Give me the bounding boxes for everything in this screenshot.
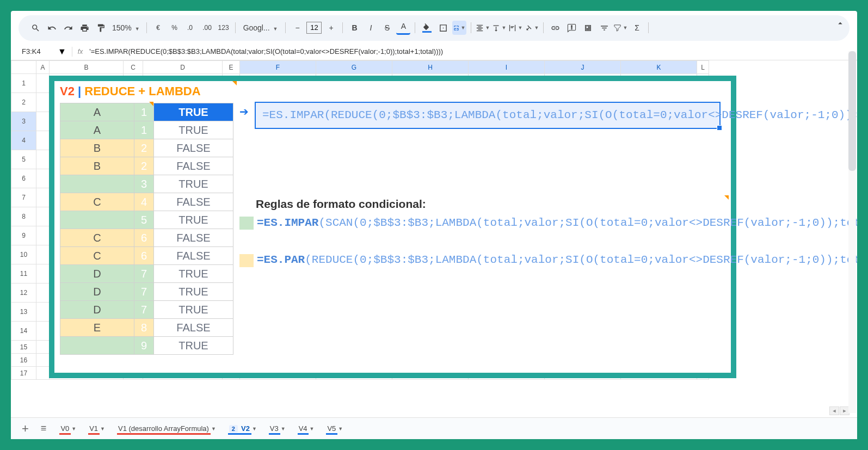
cell-d[interactable]: FALSE — [154, 229, 233, 247]
bold-icon[interactable]: B — [347, 21, 361, 35]
scroll-thumb[interactable] — [848, 51, 856, 171]
cell-b[interactable]: D — [60, 301, 134, 319]
decrease-decimal-icon[interactable]: .0 — [184, 21, 198, 35]
cell-c[interactable]: 9 — [134, 337, 154, 355]
name-box[interactable]: F3:K4 — [21, 46, 52, 57]
cell-b[interactable]: A — [60, 121, 134, 139]
number-format-icon[interactable]: 123 — [217, 21, 231, 35]
cell-c[interactable]: 2 — [134, 139, 154, 157]
row-header[interactable]: 3 — [11, 112, 36, 131]
search-icon[interactable] — [28, 21, 42, 35]
col-header[interactable]: I — [469, 61, 545, 74]
cell-c[interactable]: 4 — [134, 193, 154, 211]
filter-icon[interactable] — [597, 21, 611, 35]
cell-c[interactable]: 7 — [134, 265, 154, 283]
grid-area[interactable]: A B C D E F G H I J K L 1234567891011121… — [11, 60, 857, 417]
sheet-tab[interactable]: V3▼ — [263, 421, 292, 436]
formula-display-box[interactable]: =ES.IMPAR(REDUCE(0;$B$3:$B3;LAMBDA(total… — [255, 102, 721, 129]
toolbar-collapse-icon[interactable] — [835, 19, 845, 30]
cell-b[interactable]: B — [60, 139, 134, 157]
cell-c[interactable]: 8 — [134, 319, 154, 337]
cell-d[interactable]: TRUE — [154, 265, 233, 283]
wrap-icon[interactable]: ▼ — [508, 21, 522, 35]
row-header[interactable]: 2 — [11, 93, 36, 112]
rotate-icon[interactable]: ▼ — [525, 21, 539, 35]
borders-icon[interactable] — [436, 21, 450, 35]
col-header[interactable]: G — [316, 61, 392, 74]
filter-views-icon[interactable]: ▼ — [613, 21, 627, 35]
row-header[interactable]: 10 — [11, 245, 36, 264]
cell-c[interactable]: 7 — [134, 283, 154, 301]
redo-icon[interactable] — [61, 21, 75, 35]
cell-b[interactable]: C — [60, 193, 134, 211]
sheet-tab[interactable]: 2V2▼ — [223, 421, 263, 436]
row-header[interactable]: 13 — [11, 303, 36, 322]
col-header[interactable]: C — [124, 61, 143, 74]
cell-b[interactable]: A — [60, 103, 134, 121]
all-sheets-button[interactable]: ≡ — [36, 423, 51, 434]
row-header[interactable]: 6 — [11, 169, 36, 188]
undo-icon[interactable] — [45, 21, 59, 35]
fill-color-icon[interactable] — [420, 21, 434, 35]
row-header[interactable]: 5 — [11, 150, 36, 169]
cell-b[interactable]: C — [60, 229, 134, 247]
row-header[interactable]: 11 — [11, 264, 36, 283]
row-header[interactable]: 15 — [11, 341, 36, 354]
cell-b[interactable]: D — [60, 283, 134, 301]
print-icon[interactable] — [77, 21, 91, 35]
add-sheet-button[interactable]: + — [17, 422, 33, 436]
cell-d[interactable]: TRUE — [154, 301, 233, 319]
cell-b[interactable] — [60, 211, 134, 229]
vertical-scrollbar[interactable] — [848, 51, 856, 413]
sheet-tab[interactable]: V1▼ — [83, 421, 112, 436]
cell-d[interactable]: TRUE — [154, 121, 233, 139]
row-header[interactable]: 8 — [11, 207, 36, 226]
cell-d[interactable]: TRUE — [154, 103, 233, 121]
cell-d[interactable]: TRUE — [154, 175, 233, 193]
col-header[interactable]: F — [240, 61, 316, 74]
functions-icon[interactable]: Σ — [630, 21, 644, 35]
col-header[interactable]: K — [621, 61, 697, 74]
cell-b[interactable]: B — [60, 157, 134, 175]
cell-d[interactable]: TRUE — [154, 283, 233, 301]
col-header[interactable]: D — [143, 61, 223, 74]
cell-d[interactable]: FALSE — [154, 193, 233, 211]
sheet-tab[interactable]: V4▼ — [292, 421, 321, 436]
cell-c[interactable]: 1 — [134, 121, 154, 139]
cell-c[interactable]: 7 — [134, 301, 154, 319]
sheet-tab[interactable]: V0▼ — [54, 421, 83, 436]
cell-b[interactable]: E — [60, 319, 134, 337]
cell-c[interactable]: 6 — [134, 229, 154, 247]
merge-cells-icon[interactable]: ▼ — [452, 21, 466, 35]
increase-decimal-icon[interactable]: .00 — [200, 21, 214, 35]
name-box-dropdown-icon[interactable]: ▼ — [58, 47, 66, 57]
cell-b[interactable] — [60, 175, 134, 193]
cell-d[interactable]: FALSE — [154, 157, 233, 175]
currency-icon[interactable]: € — [151, 21, 165, 35]
percent-icon[interactable]: % — [168, 21, 182, 35]
cell-d[interactable]: FALSE — [154, 319, 233, 337]
row-header[interactable]: 9 — [11, 226, 36, 245]
col-header[interactable]: E — [223, 61, 240, 74]
cell-c[interactable]: 6 — [134, 247, 154, 265]
col-header[interactable]: J — [545, 61, 621, 74]
cell-d[interactable]: TRUE — [154, 211, 233, 229]
chart-icon[interactable] — [581, 21, 595, 35]
col-header[interactable]: L — [697, 61, 709, 74]
row-header[interactable]: 14 — [11, 322, 36, 341]
font-family-select[interactable]: Googl... ▼ — [240, 23, 281, 32]
row-header[interactable]: 16 — [11, 354, 36, 367]
cell-c[interactable]: 5 — [134, 211, 154, 229]
horizontal-scroll[interactable]: ◄ ► — [829, 406, 849, 415]
cell-b[interactable]: D — [60, 265, 134, 283]
col-header[interactable]: A — [36, 61, 50, 74]
formula-bar-input[interactable]: '=ES.IMPAR(REDUCE(0;$B$3:$B3;LAMBDA(tota… — [88, 46, 847, 57]
cell-c[interactable]: 3 — [134, 175, 154, 193]
col-header[interactable]: B — [50, 61, 124, 74]
row-header[interactable]: 17 — [11, 367, 36, 380]
col-header[interactable]: H — [392, 61, 469, 74]
paint-format-icon[interactable] — [94, 21, 108, 35]
strikethrough-icon[interactable]: S — [380, 21, 394, 35]
row-header[interactable]: 1 — [11, 74, 36, 93]
cell-d[interactable]: FALSE — [154, 139, 233, 157]
